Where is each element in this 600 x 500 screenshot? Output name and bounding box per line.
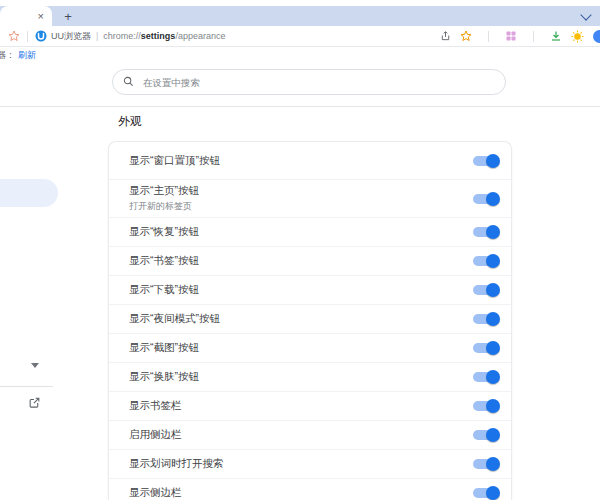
search-input[interactable]: [141, 76, 495, 89]
apps-grid-icon[interactable]: [505, 30, 517, 42]
account-blue-icon[interactable]: [593, 30, 600, 43]
divider: [488, 31, 489, 42]
settings-search-row: [0, 69, 600, 107]
toggle-knob: [486, 192, 500, 206]
setting-row: 显示“书签”按钮: [109, 247, 511, 276]
toggle-knob: [486, 399, 500, 413]
setting-row: 显示侧边栏: [109, 479, 511, 500]
setting-row: 显示“换肤”按钮: [109, 363, 511, 392]
toggle-switch[interactable]: [473, 227, 499, 237]
setting-text: 显示书签栏: [129, 399, 182, 412]
brand-label: UU浏览器: [51, 30, 91, 43]
setting-text: 显示侧边栏: [129, 486, 182, 499]
toggle-knob: [486, 225, 500, 239]
toolbar-actions: [440, 30, 592, 43]
toggle-switch[interactable]: [473, 256, 499, 266]
setting-text: 显示“换肤”按钮: [129, 370, 199, 383]
setting-row: 启用侧边栏: [109, 421, 511, 450]
toggle-knob: [486, 428, 500, 442]
settings-content: 外观 显示“窗口置顶”按钮显示“主页”按钮打开新的标签页显示“恢复”按钮显示“书…: [0, 107, 600, 500]
search-icon: [123, 73, 134, 91]
toolbar: UU浏览器 | chrome://settings/appearance: [0, 26, 600, 47]
appearance-settings-card: 显示“窗口置顶”按钮显示“主页”按钮打开新的标签页显示“恢复”按钮显示“书签”按…: [108, 141, 512, 500]
new-tab-button[interactable]: +: [58, 6, 78, 26]
uu-browser-logo-icon: [35, 30, 47, 42]
toggle-knob: [486, 283, 500, 297]
setting-sublabel: 打开新的标签页: [129, 200, 199, 213]
setting-label: 显示划词时打开搜索: [129, 457, 224, 470]
setting-text: 显示“书签”按钮: [129, 254, 199, 267]
toggle-knob: [486, 254, 500, 268]
setting-row: 显示划词时打开搜索: [109, 450, 511, 479]
page-title: 外观: [118, 113, 142, 130]
toggle-switch[interactable]: [473, 156, 499, 166]
setting-row: 显示“夜间模式”按钮: [109, 305, 511, 334]
setting-text: 启用侧边栏: [129, 428, 182, 441]
bookmark-star-icon[interactable]: [8, 30, 20, 42]
sun-theme-icon[interactable]: [571, 30, 584, 43]
setting-label: 显示“主页”按钮: [129, 184, 199, 197]
toggle-knob: [486, 457, 500, 471]
settings-search-box[interactable]: [112, 69, 506, 95]
toggle-switch[interactable]: [473, 343, 499, 353]
setting-label: 启用侧边栏: [129, 428, 182, 441]
setting-label: 显示“窗口置顶”按钮: [129, 154, 220, 167]
setting-label: 显示侧边栏: [129, 486, 182, 499]
setting-text: 显示“下载”按钮: [129, 283, 199, 296]
toggle-switch[interactable]: [473, 401, 499, 411]
setting-label: 显示“换肤”按钮: [129, 370, 199, 383]
infobar-text: 器：: [0, 49, 15, 62]
address-bar[interactable]: UU浏览器 | chrome://settings/appearance: [8, 30, 225, 43]
refresh-link[interactable]: 刷新: [18, 49, 36, 62]
favorite-star-icon[interactable]: [460, 30, 472, 42]
toggle-switch[interactable]: [473, 488, 499, 498]
chevron-down-icon[interactable]: [580, 9, 591, 20]
setting-label: 显示书签栏: [129, 399, 182, 412]
sidebar-divider: [0, 386, 53, 387]
toggle-switch[interactable]: [473, 459, 499, 469]
tab-strip: × +: [0, 6, 600, 26]
toggle-knob: [486, 312, 500, 326]
toggle-switch[interactable]: [473, 194, 499, 204]
toggle-list: 显示“窗口置顶”按钮显示“主页”按钮打开新的标签页显示“恢复”按钮显示“书签”按…: [109, 142, 511, 500]
setting-row: 显示“恢复”按钮: [109, 218, 511, 247]
setting-row: 显示“截图”按钮: [109, 334, 511, 363]
setting-text: 显示“窗口置顶”按钮: [129, 154, 220, 167]
setting-row: 显示书签栏: [109, 392, 511, 421]
setting-text: 显示“主页”按钮打开新的标签页: [129, 184, 199, 212]
sidebar-advanced-caret-icon[interactable]: [31, 363, 39, 368]
setting-text: 显示“截图”按钮: [129, 341, 199, 354]
url-text[interactable]: chrome://settings/appearance: [103, 31, 225, 41]
toggle-knob: [486, 370, 500, 384]
setting-label: 显示“夜间模式”按钮: [129, 312, 220, 325]
tab-close-icon[interactable]: ×: [38, 11, 44, 22]
setting-label: 显示“截图”按钮: [129, 341, 199, 354]
url-host: settings: [141, 31, 176, 41]
setting-text: 显示划词时打开搜索: [129, 457, 224, 470]
toggle-switch[interactable]: [473, 372, 499, 382]
divider: [533, 31, 534, 42]
infobar: 器： 刷新: [0, 47, 600, 63]
browser-window: × + UU浏览器 | chrome://settings/appearance: [0, 0, 600, 500]
setting-row: 显示“主页”按钮打开新的标签页: [109, 180, 511, 218]
toggle-switch[interactable]: [473, 430, 499, 440]
setting-label: 显示“恢复”按钮: [129, 225, 199, 238]
download-icon[interactable]: [550, 30, 562, 42]
toggle-knob: [486, 341, 500, 355]
setting-row: 显示“下载”按钮: [109, 276, 511, 305]
divider: [27, 31, 28, 42]
sidebar-selected-highlight[interactable]: [0, 179, 58, 207]
active-tab[interactable]: ×: [0, 6, 52, 26]
toggle-knob: [486, 486, 500, 500]
url-path: /appearance: [175, 31, 225, 41]
toggle-switch[interactable]: [473, 285, 499, 295]
setting-row: 显示“窗口置顶”按钮: [109, 142, 511, 180]
toggle-switch[interactable]: [473, 314, 499, 324]
setting-label: 显示“书签”按钮: [129, 254, 199, 267]
url-scheme: chrome://: [103, 31, 141, 41]
setting-label: 显示“下载”按钮: [129, 283, 199, 296]
brand-separator: |: [96, 31, 98, 41]
open-in-new-icon[interactable]: [28, 395, 41, 413]
setting-text: 显示“夜间模式”按钮: [129, 312, 220, 325]
share-icon[interactable]: [440, 30, 451, 42]
